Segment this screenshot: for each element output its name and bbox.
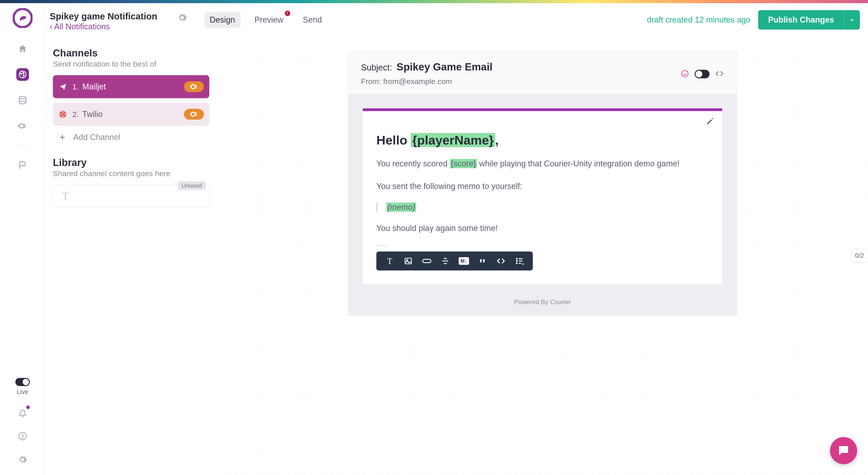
- send-icon: [58, 83, 67, 91]
- nav-data-icon[interactable]: [16, 94, 29, 107]
- tab-preview-label: Preview: [254, 15, 283, 24]
- nav-help-icon[interactable]: [16, 430, 29, 442]
- email-body-editor[interactable]: Hello {playerName}, You recently scored …: [363, 108, 722, 284]
- publish-dropdown-button[interactable]: [844, 10, 860, 30]
- channel-number: 1.: [72, 82, 79, 91]
- insert-quote-icon[interactable]: [473, 255, 491, 267]
- email-preview-card: Subject: Spikey Game Email From: from@ex…: [348, 51, 737, 316]
- side-nav: Live: [0, 0, 45, 475]
- svg-point-20: [517, 259, 517, 259]
- notification-settings-icon[interactable]: [177, 13, 187, 24]
- from-value[interactable]: from@example.com: [383, 77, 452, 86]
- greeting-line[interactable]: Hello {playerName},: [376, 133, 709, 147]
- environment-toggle[interactable]: [16, 378, 30, 386]
- channel-item-mailjet[interactable]: 1. Mailjet: [53, 75, 209, 98]
- greeting-prefix: Hello: [376, 133, 411, 147]
- svg-rect-15: [191, 112, 195, 116]
- svg-point-4: [23, 75, 24, 76]
- svg-point-8: [22, 438, 23, 439]
- edit-pencil-icon[interactable]: [706, 117, 714, 127]
- svg-point-1: [19, 71, 26, 78]
- top-bar: Spikey game Notification ‹ All Notificat…: [45, 0, 868, 36]
- environment-label: Live: [17, 388, 28, 396]
- nav-integrations-icon[interactable]: [16, 120, 29, 132]
- channels-subheading: Send notification to the best of: [53, 60, 209, 68]
- svg-point-3: [23, 72, 24, 74]
- library-heading: Library: [53, 157, 209, 168]
- channel-label: Twilio: [82, 109, 184, 119]
- insert-markdown-icon[interactable]: M↓: [455, 255, 473, 267]
- channel-provider-pill[interactable]: [184, 81, 204, 92]
- nav-flag-icon[interactable]: [16, 159, 29, 171]
- plus-icon: [58, 133, 66, 141]
- text-block-icon: T: [62, 190, 69, 202]
- paragraph-1[interactable]: You recently scored {score} while playin…: [376, 157, 709, 170]
- greeting-suffix: ,: [495, 133, 499, 147]
- block-insert-toolbar: T M↓: [376, 251, 533, 270]
- svg-rect-9: [191, 84, 195, 89]
- publish-button[interactable]: Publish Changes: [758, 10, 844, 30]
- tab-send[interactable]: Send: [298, 12, 327, 28]
- nav-separator: [15, 145, 31, 146]
- left-panel: Channels Send notification to the best o…: [45, 36, 217, 475]
- svg-rect-6: [19, 124, 24, 128]
- library-unused-chip: Unused: [178, 181, 206, 190]
- nav-notifications-icon[interactable]: [16, 406, 29, 419]
- rainbow-accent-bar: [0, 0, 868, 3]
- back-to-all-link[interactable]: ‹ All Notifications: [50, 22, 157, 31]
- from-label: From:: [361, 77, 381, 86]
- subject-value[interactable]: Spikey Game Email: [397, 61, 492, 73]
- library-block[interactable]: Unused T: [53, 185, 209, 207]
- twilio-icon: [58, 111, 67, 118]
- courier-logo[interactable]: [13, 8, 33, 28]
- svg-point-13: [61, 115, 62, 116]
- svg-point-22: [517, 263, 517, 264]
- preview-alert-badge: !: [285, 11, 290, 16]
- insert-button-icon[interactable]: [418, 255, 436, 267]
- channel-number: 2.: [72, 110, 79, 119]
- paragraph-3[interactable]: You should play again some time!: [376, 222, 709, 235]
- svg-point-2: [20, 73, 22, 74]
- svg-point-10: [60, 111, 66, 117]
- insert-divider-icon[interactable]: [436, 255, 454, 267]
- channel-provider-pill[interactable]: [184, 109, 204, 120]
- variable-score[interactable]: {score}: [450, 159, 477, 168]
- channel-item-twilio[interactable]: 2. Twilio: [53, 103, 209, 126]
- channel-label: Mailjet: [82, 82, 184, 92]
- view-mode-toggle[interactable]: [694, 70, 710, 78]
- variable-playername[interactable]: {playerName}: [411, 133, 495, 147]
- channels-heading: Channels: [53, 47, 209, 59]
- brand-icon[interactable]: [681, 69, 689, 79]
- add-channel-label: Add Channel: [73, 133, 120, 142]
- variable-memo[interactable]: {memo}: [386, 203, 416, 212]
- nav-settings-icon[interactable]: [16, 453, 29, 466]
- code-view-icon[interactable]: [715, 69, 724, 79]
- para1-text-b: while playing that Courier-Unity integra…: [477, 159, 680, 168]
- nav-home-icon[interactable]: [16, 42, 29, 55]
- nav-designer-icon[interactable]: [16, 68, 29, 81]
- insert-code-icon[interactable]: [492, 255, 510, 267]
- add-channel-button[interactable]: Add Channel: [53, 130, 209, 144]
- paragraph-2[interactable]: You sent the following memo to yourself:: [376, 180, 709, 193]
- draft-status-text: draft created 12 minutes ago: [647, 15, 750, 25]
- svg-point-12: [63, 113, 64, 114]
- svg-rect-17: [405, 258, 412, 264]
- notification-dot: [26, 405, 30, 409]
- intercom-chat-button[interactable]: [830, 437, 857, 464]
- memo-quote[interactable]: {memo}: [376, 203, 709, 212]
- tab-preview[interactable]: Preview !: [249, 12, 289, 28]
- notification-title: Spikey game Notification: [50, 11, 157, 22]
- svg-point-11: [61, 113, 62, 114]
- insert-text-icon[interactable]: T: [381, 255, 399, 267]
- powered-by-text: Powered By Courier: [348, 299, 737, 316]
- insert-image-icon[interactable]: [399, 255, 417, 267]
- subject-label: Subject:: [361, 63, 392, 72]
- library-subheading: Shared channel content goes here: [53, 169, 209, 178]
- para1-text-a: You recently scored: [376, 159, 450, 168]
- tab-design[interactable]: Design: [204, 12, 241, 28]
- svg-point-5: [19, 97, 26, 99]
- svg-rect-19: [423, 260, 431, 263]
- checklist-counter[interactable]: 0/2: [851, 249, 868, 262]
- insert-list-icon[interactable]: [510, 255, 528, 267]
- divider-short: [376, 245, 387, 246]
